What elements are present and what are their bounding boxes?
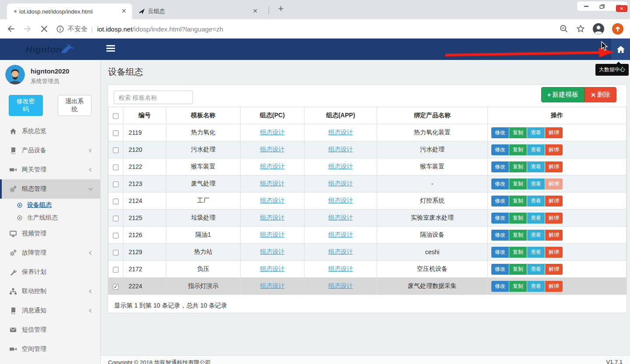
app-config-link[interactable]: 组态设计	[329, 265, 353, 272]
app-config-link[interactable]: 组态设计	[329, 197, 353, 204]
app-config-link[interactable]: 组态设计	[329, 282, 353, 289]
action-unbind-button[interactable]: 解绑	[545, 281, 563, 292]
minimize-button[interactable]	[578, 2, 594, 10]
change-password-button[interactable]: 修改密码	[9, 95, 43, 116]
zoom-out-icon[interactable]	[559, 24, 569, 34]
action-copy-button[interactable]: 复制	[509, 161, 527, 172]
action-copy-button[interactable]: 复制	[509, 281, 527, 292]
action-copy-button[interactable]: 复制	[509, 144, 527, 155]
big-data-center-button[interactable]	[611, 38, 630, 60]
sidebar-item[interactable]: 联动控制	[0, 282, 100, 301]
action-edit-button[interactable]: 修改	[491, 247, 509, 258]
pc-config-link[interactable]: 组态设计	[260, 129, 285, 136]
row-checkbox[interactable]	[113, 233, 119, 238]
action-view-button[interactable]: 查看	[527, 213, 545, 224]
action-view-button[interactable]: 查看	[527, 178, 545, 189]
pc-config-link[interactable]: 组态设计	[260, 197, 285, 204]
pc-config-link[interactable]: 组态设计	[260, 180, 285, 187]
forward-icon[interactable]	[23, 24, 32, 34]
action-edit-button[interactable]: 修改	[491, 264, 509, 275]
row-checkbox[interactable]	[113, 284, 119, 290]
action-unbind-button[interactable]: 解绑	[545, 213, 563, 224]
sidebar-subitem[interactable]: 设备组态	[0, 199, 100, 211]
action-copy-button[interactable]: 复制	[509, 230, 527, 241]
action-view-button[interactable]: 查看	[527, 144, 545, 155]
pc-config-link[interactable]: 组态设计	[260, 214, 285, 221]
close-button[interactable]: ✕	[610, 2, 626, 10]
action-edit-button[interactable]: 修改	[491, 230, 509, 241]
action-edit-button[interactable]: 修改	[491, 178, 509, 189]
app-config-link[interactable]: 组态设计	[329, 180, 353, 187]
action-unbind-button[interactable]: 解绑	[545, 196, 563, 206]
browser-update-icon[interactable]	[612, 23, 624, 35]
action-edit-button[interactable]: 修改	[491, 144, 509, 155]
action-edit-button[interactable]: 修改	[491, 281, 509, 292]
action-view-button[interactable]: 查看	[527, 161, 545, 172]
app-config-link[interactable]: 组态设计	[329, 146, 353, 153]
action-unbind-button[interactable]: 解绑	[545, 264, 563, 275]
action-copy-button[interactable]: 复制	[509, 213, 527, 224]
pc-config-link[interactable]: 组态设计	[260, 265, 285, 272]
sidebar-item[interactable]: 产品设备	[0, 141, 100, 160]
logout-button[interactable]: 退出系统	[58, 95, 92, 116]
app-config-link[interactable]: 组态设计	[329, 129, 353, 136]
browser-tab-inactive[interactable]: 云组态 ✕	[134, 4, 263, 19]
pc-config-link[interactable]: 组态设计	[260, 231, 285, 238]
action-copy-button[interactable]: 复制	[509, 178, 527, 189]
sidebar-item[interactable]: 系统总览	[0, 122, 100, 141]
action-view-button[interactable]: 查看	[527, 127, 545, 138]
action-unbind-button[interactable]: 解绑	[545, 127, 563, 138]
profile-avatar-icon[interactable]	[592, 23, 605, 35]
new-tab-button[interactable]: +	[275, 3, 287, 15]
app-config-link[interactable]: 组态设计	[329, 248, 353, 255]
sidebar-item[interactable]: 保养计划	[0, 262, 100, 282]
row-checkbox[interactable]	[113, 199, 119, 204]
action-view-button[interactable]: 查看	[527, 247, 545, 258]
delete-button[interactable]: ✕删除	[584, 87, 616, 102]
row-checkbox[interactable]	[113, 216, 119, 221]
info-icon[interactable]	[56, 25, 64, 33]
browser-tab-active[interactable]: iot.idosp.net/idosp/index.html ✕	[7, 4, 132, 19]
tab-close-icon[interactable]: ✕	[251, 7, 259, 15]
sidebar-item[interactable]: 空间管理	[0, 340, 100, 359]
action-edit-button[interactable]: 修改	[491, 161, 509, 172]
action-copy-button[interactable]: 复制	[509, 247, 527, 258]
search-input[interactable]	[114, 91, 193, 104]
action-edit-button[interactable]: 修改	[491, 213, 509, 224]
action-unbind-button[interactable]: 解绑	[545, 161, 563, 172]
row-checkbox[interactable]	[113, 250, 119, 256]
pc-config-link[interactable]: 组态设计	[260, 248, 285, 255]
row-checkbox[interactable]	[113, 267, 119, 273]
new-template-button[interactable]: +新建模板	[541, 87, 584, 102]
pc-config-link[interactable]: 组态设计	[260, 282, 285, 289]
row-checkbox[interactable]	[113, 182, 119, 187]
sidebar-item[interactable]: 组态管理	[0, 179, 100, 199]
sidebar-item[interactable]: 视频管理	[0, 224, 100, 243]
action-copy-button[interactable]: 复制	[509, 196, 527, 206]
action-copy-button[interactable]: 复制	[509, 264, 527, 275]
sidebar-toggle-button[interactable]	[106, 45, 115, 53]
stop-icon[interactable]	[39, 24, 49, 34]
app-config-link[interactable]: 组态设计	[329, 214, 353, 221]
tab-close-icon[interactable]: ✕	[120, 7, 128, 15]
sidebar-item[interactable]: 短信管理	[0, 320, 100, 340]
action-copy-button[interactable]: 复制	[509, 127, 527, 138]
pc-config-link[interactable]: 组态设计	[260, 146, 285, 153]
row-checkbox[interactable]	[113, 147, 119, 153]
action-view-button[interactable]: 查看	[527, 264, 545, 275]
action-edit-button[interactable]: 修改	[491, 127, 509, 138]
restore-button[interactable]	[594, 2, 610, 10]
bookmark-star-icon[interactable]	[576, 24, 585, 34]
action-view-button[interactable]: 查看	[527, 281, 545, 292]
sidebar-item[interactable]: 网关管理	[0, 160, 100, 179]
url-field[interactable]: 不安全 | iot.idosp.net /idosp/index.html?la…	[56, 25, 559, 33]
app-config-link[interactable]: 组态设计	[329, 231, 353, 238]
select-all-checkbox[interactable]	[113, 113, 119, 119]
sidebar-subitem[interactable]: 生产线组态	[0, 211, 100, 224]
sidebar-item[interactable]: 故障管理	[0, 243, 100, 262]
action-unbind-button[interactable]: 解绑	[545, 144, 563, 155]
pc-config-link[interactable]: 组态设计	[260, 163, 285, 170]
action-unbind-button[interactable]: 解绑	[545, 178, 563, 189]
action-unbind-button[interactable]: 解绑	[545, 230, 563, 241]
back-icon[interactable]	[6, 24, 16, 34]
